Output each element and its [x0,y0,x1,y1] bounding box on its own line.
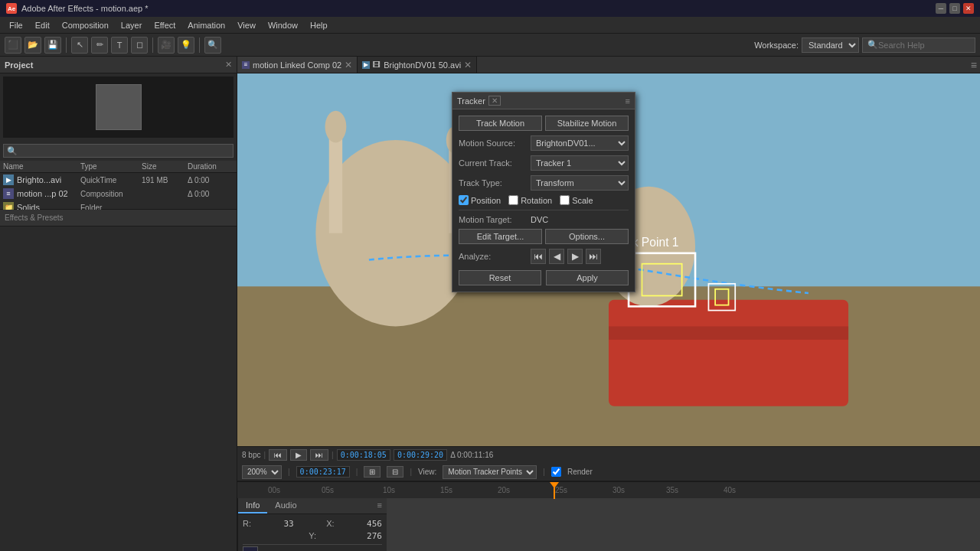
viewer-time2[interactable]: 0:00:29:20 [394,449,447,461]
project-panel-close[interactable]: ✕ [225,60,232,70]
track-type-select[interactable]: Transform [531,175,629,191]
comp-tab-icon: ≡ [242,61,250,69]
track-motion-button[interactable]: Track Motion [459,116,542,131]
current-track-select[interactable]: Tracker 1 [531,155,629,171]
project-item-0[interactable]: ▶ Brighto...avi QuickTime 191 MB Δ 0:00 [0,173,237,187]
analyze-prev-prev[interactable]: ⏮ [531,249,546,264]
toolbar-zoom[interactable]: 🔍 [204,37,221,54]
menu-help[interactable]: Help [304,19,334,31]
app-icon: Ae Adobe After Effects - motion.aep * [6,3,149,14]
toolbar-save[interactable]: 💾 [44,37,61,54]
svg-rect-2 [609,300,848,406]
preview-thumbnail [96,84,142,130]
rotation-checkbox[interactable] [508,195,518,205]
search-input[interactable] [878,41,970,50]
toolbar-camera[interactable]: 🎥 [158,37,175,54]
window-controls: ─ □ ✕ [936,3,974,14]
toolbar-sep2 [152,37,153,53]
x-label: X: [326,519,334,529]
toolbar-sep3: | [288,468,290,476]
viewer-time4[interactable]: 0:00:23:17 [296,466,350,478]
project-search-input[interactable] [3,144,234,158]
workspace-dropdown[interactable]: Standard [802,37,859,53]
motion-target-label: Motion Target: [459,215,528,224]
viewer-info-bar: 200% | 0:00:23:17 | ⊞ ⊟ | View: Motion T… [237,463,980,481]
position-checkbox[interactable] [459,195,469,205]
right-panel-menu[interactable]: ≡ [373,498,387,514]
toolbar-new[interactable]: ⬛ [5,37,21,54]
current-track-label: Current Track: [459,158,528,168]
tab-info[interactable]: Info [238,498,267,514]
project-item-1[interactable]: ≡ motion ...p 02 Composition Δ 0:00 [0,187,237,201]
maximize-button[interactable]: □ [949,3,960,14]
ruler-40s: 40s [724,486,736,494]
toolbar-select[interactable]: ↖ [71,37,88,54]
comp-icon: ≡ [3,188,14,199]
tab-audio[interactable]: Audio [267,498,304,514]
app-title: Adobe After Effects - motion.aep * [21,4,149,13]
menu-animation[interactable]: Animation [181,19,231,31]
analyze-prev[interactable]: ◀ [549,249,564,264]
toolbar-open[interactable]: 📂 [24,37,41,54]
menu-effect[interactable]: Effect [148,19,181,31]
viewer-btn-prev[interactable]: ⏮ [269,449,287,461]
analyze-next[interactable]: ▶ [567,249,583,264]
layer-tab-close[interactable]: ✕ [464,60,472,70]
comp-tab-close[interactable]: ✕ [345,60,352,70]
analyze-next-next[interactable]: ⏭ [586,249,601,264]
viewer-menu-icon[interactable]: ≡ [971,59,977,71]
comp-tab-motion[interactable]: ≡ motion Linked Comp 02 ✕ [237,57,358,73]
viewer-btn-next[interactable]: ⏭ [310,449,328,461]
tracker-bottom-row: Reset Apply [459,270,629,285]
tracker-close-x[interactable]: ✕ [488,96,501,106]
menu-layer[interactable]: Layer [115,19,149,31]
search-box[interactable]: 🔍 [862,37,975,53]
reset-button[interactable]: Reset [459,270,541,285]
toolbar-sep4: | [356,468,358,476]
rotation-check[interactable]: Rotation [508,195,552,205]
toolbar-pen[interactable]: ✏ [91,37,108,54]
minimize-button[interactable]: ─ [936,3,946,14]
apply-button[interactable]: Apply [546,270,629,285]
menu-window[interactable]: Window [262,19,304,31]
ruler-25s: 25s [555,486,567,494]
menu-view[interactable]: View [231,19,262,31]
viewer-btn-snap[interactable]: ⊞ [364,466,381,478]
ruler-35s: 35s [666,486,678,494]
position-check[interactable]: Position [459,195,501,205]
menu-file[interactable]: File [3,19,29,31]
project-item-name-0: Brighto...avi [17,175,80,184]
motion-source-row: Motion Source: BrightonDV01... [459,135,629,151]
info-color-swatch-row [243,544,382,551]
zoom-dropdown[interactable]: 200% [242,465,282,479]
motion-source-label: Motion Source: [459,139,528,148]
tracker-menu[interactable]: ≡ [626,96,630,106]
workspace-selector: Workspace: Standard 🔍 [754,37,975,53]
layer-tab[interactable]: ▶ 🎞 BrightonDV01 50.avi ✕ [358,57,477,73]
menu-composition[interactable]: Composition [56,19,115,31]
toolbar-text[interactable]: T [111,37,128,54]
options-button[interactable]: Options... [545,229,629,244]
analyze-label: Analyze: [459,252,528,261]
render-label: Render [567,468,593,476]
edit-target-button[interactable]: Edit Target... [459,229,542,244]
motion-source-select[interactable]: BrightonDV01... [531,135,629,151]
viewer-btn-play[interactable]: ▶ [290,449,307,461]
viewer-time1[interactable]: 0:00:18:05 [337,449,390,461]
project-item-type-1: Composition [80,190,142,198]
stabilize-motion-button[interactable]: Stabilize Motion [545,116,629,131]
render-checkbox[interactable] [551,467,561,477]
toolbar-shape[interactable]: ◻ [131,37,148,54]
scale-check[interactable]: Scale [560,195,593,205]
view-mode-dropdown[interactable]: Motion Tracker Points [443,465,537,479]
menu-edit[interactable]: Edit [29,19,56,31]
close-button[interactable]: ✕ [963,3,974,14]
project-item-name-1: motion ...p 02 [17,189,80,198]
toolbar-light[interactable]: 💡 [178,37,194,54]
scale-checkbox[interactable] [560,195,570,205]
viewer-btn-grid[interactable]: ⊟ [387,466,403,478]
info-r-row: R: 33 X: 456 [243,519,382,529]
y-label: Y: [309,531,316,541]
info-content: R: 33 X: 456 Y: 276 11:16 Out: 0:00: [238,514,387,551]
viewer-tab-controls: ≡ [968,57,980,73]
